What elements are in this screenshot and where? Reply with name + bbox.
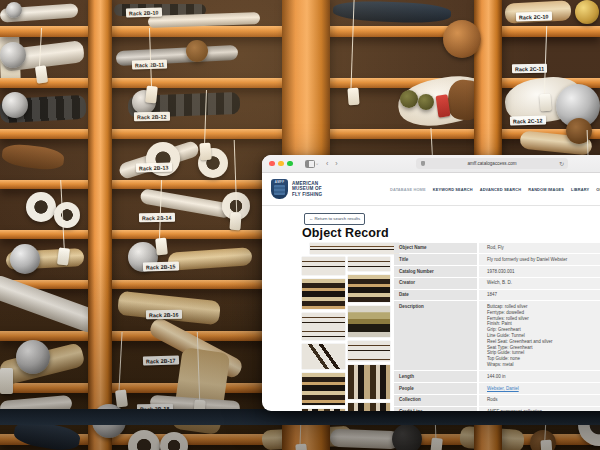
paper-tag: [145, 85, 158, 103]
nav-item-keyword-search[interactable]: KEYWORD SEARCH: [433, 187, 473, 192]
thumbnail-image[interactable]: [302, 257, 345, 275]
page-title: Object Record: [302, 226, 600, 240]
field-value: 144.00 in: [479, 371, 600, 382]
paper-tag: [155, 237, 168, 255]
rod-tube: [1, 142, 65, 171]
rack-label: Rack 2B-10: [126, 7, 162, 17]
thumbnail-image[interactable]: [302, 313, 345, 340]
field-value: AMFF permanent collection: [479, 407, 600, 411]
paper-tag: [57, 247, 70, 265]
return-to-results-button[interactable]: ← Return to search results: [304, 213, 365, 225]
table-row: TitleFly rod formerly used by Daniel Web…: [394, 254, 600, 265]
nav-item-library[interactable]: LIBRARY: [571, 187, 589, 192]
forward-icon[interactable]: ›: [335, 160, 337, 167]
nav-item-random-images[interactable]: RANDOM IMAGES: [528, 187, 564, 192]
nav-item-objects[interactable]: OBJECTS: [596, 187, 600, 192]
chevron-down-icon[interactable]: ›: [316, 163, 321, 165]
wood-post: [88, 0, 112, 450]
nav-item-database-home[interactable]: DATABASE HOME: [390, 187, 426, 192]
paper-tag: [115, 389, 128, 407]
paper-tag: [539, 94, 551, 112]
shelf-shadow-band: [0, 409, 600, 425]
back-icon[interactable]: ‹: [326, 160, 328, 167]
thumbnail-image[interactable]: [310, 243, 399, 254]
thumbnail-image[interactable]: [348, 257, 390, 271]
main-nav: DATABASE HOMEKEYWORD SEARCHADVANCED SEAR…: [390, 173, 600, 205]
person-link[interactable]: Webster, Daniel: [487, 386, 519, 391]
thumbnail-image[interactable]: [302, 279, 345, 309]
tube-end-cap: [400, 90, 418, 108]
minimize-button[interactable]: [278, 161, 284, 167]
thumbnail-image[interactable]: [348, 365, 390, 399]
field-label: Credit Line: [394, 407, 477, 411]
tube-end-cap: [418, 94, 434, 110]
tube-end-cap: [443, 20, 481, 58]
thumbnail-image[interactable]: [348, 275, 390, 302]
refresh-icon[interactable]: ↻: [559, 160, 564, 167]
rack-label: Rack 2C-11: [512, 64, 547, 74]
page-content: ← Return to search results Object Record…: [262, 206, 600, 411]
rack-label: Rack 2B-14: [139, 213, 175, 223]
paper-tag: [430, 437, 443, 450]
rod-tube: [330, 429, 401, 449]
thumbnail-image[interactable]: [302, 373, 345, 405]
field-value: Buttcap: rolled silver Ferrtype: dowelle…: [479, 301, 600, 370]
tube-end-cap: [6, 2, 22, 18]
field-label: People: [394, 383, 477, 394]
field-value: 1978.030.001: [479, 266, 600, 277]
browser-window: › ‹ › amff.catalogaccess.com ↻ AMFF AMER…: [262, 155, 600, 411]
close-button[interactable]: [269, 161, 275, 167]
paper-tag: [540, 440, 552, 450]
yellow-tag: [0, 368, 13, 394]
tube-end-cap: [54, 202, 80, 228]
thumbnail-image[interactable]: [302, 344, 345, 369]
rack-label: Rack 2B-13: [136, 162, 172, 172]
field-label: Title: [394, 254, 477, 265]
table-row: Length144.00 in: [394, 371, 600, 382]
paper-tag: [229, 213, 241, 231]
table-row: PeopleWebster, Daniel: [394, 383, 600, 394]
paper-tag: [295, 444, 307, 450]
rack-label: Rack 2C-10: [516, 11, 552, 21]
table-row: Catalog Number1978.030.001: [394, 266, 600, 277]
thumbnail-image[interactable]: [348, 341, 390, 361]
field-label: Object Name: [394, 243, 477, 254]
tube-end-cap: [0, 42, 26, 68]
thumbnail-image[interactable]: [348, 306, 390, 337]
amff-logo[interactable]: AMFF: [271, 179, 288, 199]
table-row: CreatorWelch, B. D.: [394, 278, 600, 289]
field-label: Catalog Number: [394, 266, 477, 277]
rack-label: Rack 2B-15: [143, 261, 179, 271]
field-label: Creator: [394, 278, 477, 289]
rack-label: Rack 2B-12: [134, 112, 170, 122]
table-row: Credit LineAMFF permanent collection: [394, 407, 600, 411]
url-bar[interactable]: amff.catalogaccess.com ↻: [416, 158, 568, 169]
field-value: Webster, Daniel: [479, 383, 600, 394]
sidebar-icon[interactable]: [305, 160, 315, 168]
tube-end-cap: [16, 340, 50, 374]
field-value: Rods: [479, 395, 600, 406]
rod-tube: [333, 0, 452, 24]
field-value: Rod, Fly: [479, 243, 600, 254]
tube-end-cap: [575, 0, 599, 24]
thumbnail-image[interactable]: [348, 403, 390, 412]
field-label: Collection: [394, 395, 477, 406]
table-row: CollectionRods: [394, 395, 600, 406]
site-name-line: FLY FISHING: [292, 192, 322, 197]
tube-end-cap: [2, 92, 28, 118]
field-value: 1847: [479, 290, 600, 301]
rod-tube: [117, 291, 221, 326]
paper-tag: [347, 88, 359, 106]
rack-label: Rack 2B-17: [143, 355, 179, 365]
rack-label: Rack 2C-12: [510, 115, 546, 125]
nav-item-advanced-search[interactable]: ADVANCED SEARCH: [480, 187, 522, 192]
privacy-shield-icon: [421, 161, 425, 166]
logo-acronym: AMFF: [271, 180, 288, 184]
zoom-button[interactable]: [287, 161, 293, 167]
site-name: AMERICANMUSEUM OFFLY FISHING: [292, 181, 322, 197]
tube-end-cap: [392, 424, 422, 450]
site-header: AMFF AMERICANMUSEUM OFFLY FISHING DATABA…: [262, 173, 600, 206]
thumbnail-image[interactable]: [302, 409, 345, 412]
field-label: Date: [394, 290, 477, 301]
logo-crest: [274, 185, 285, 195]
